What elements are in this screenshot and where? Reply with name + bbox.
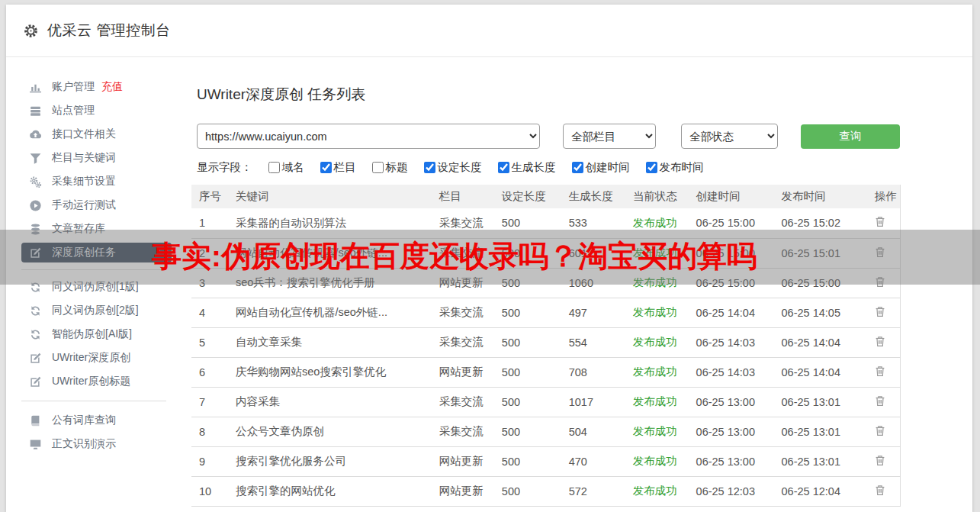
sidebar-item[interactable]: 账户管理 充值 — [21, 77, 172, 97]
cell-publish-time: 06-25 14:05 — [774, 298, 867, 327]
delete-button[interactable] — [874, 484, 886, 497]
cell-status: 发布成功 — [625, 417, 689, 446]
sidebar-item-label: 同义词伪原创[2版] — [52, 304, 139, 317]
cell-created-time: 06-25 15:00 — [689, 208, 774, 238]
cell-no: 3 — [191, 268, 228, 298]
field-checkbox[interactable]: 标题 — [372, 160, 408, 175]
field-checkbox-input[interactable] — [268, 162, 280, 173]
delete-button[interactable] — [874, 305, 886, 318]
delete-button[interactable] — [874, 365, 886, 378]
query-button[interactable]: 查询 — [801, 124, 900, 149]
delete-button[interactable] — [874, 275, 886, 288]
delete-button[interactable] — [874, 215, 886, 228]
table-row: 7 内容采集 采集交流 500 1017 发布成功 06-25 13:00 06… — [191, 387, 901, 417]
field-checkbox[interactable]: 生成长度 — [498, 160, 556, 175]
field-checkbox[interactable]: 栏目 — [320, 160, 356, 175]
sidebar-item[interactable]: UWriter原创标题 — [21, 372, 172, 391]
delete-button[interactable] — [874, 246, 886, 259]
sidebar-item[interactable]: 公有词库查询 — [21, 411, 172, 430]
bar-chart-icon — [29, 81, 42, 94]
sidebar-item[interactable]: 手动运行测试 — [21, 195, 172, 215]
cell-action — [866, 417, 900, 446]
sidebar-item[interactable]: 正文识别演示 — [21, 434, 172, 454]
cell-column: 网站更新 — [432, 268, 494, 298]
sidebar-item[interactable]: 栏目与关键词 — [21, 148, 172, 168]
field-checkbox[interactable]: 设定长度 — [424, 160, 482, 175]
delete-button[interactable] — [874, 424, 886, 437]
field-checkbox-input[interactable] — [320, 162, 332, 173]
field-checkbox-label: 栏目 — [334, 160, 356, 175]
cell-keyword: seo兵书：搜索引擎优化手册 — [228, 268, 432, 298]
cell-gen-length: 504 — [561, 417, 625, 446]
cell-set-length: 500 — [494, 446, 561, 476]
delete-button[interactable] — [874, 335, 886, 348]
field-checkbox-input[interactable] — [372, 162, 384, 173]
edit-icon — [29, 246, 42, 259]
cell-keyword: 网站自动化宣传机器/seo外链... — [228, 238, 432, 268]
sidebar: 账户管理 充值 站点管理 接口文件相关 — [6, 57, 185, 512]
field-checkbox[interactable]: 发布时间 — [646, 160, 704, 175]
cell-set-length: 500 — [494, 476, 561, 506]
sidebar-item[interactable]: 接口文件相关 — [21, 124, 172, 144]
cell-status: 发布成功 — [625, 208, 689, 238]
cell-column: 网站更新 — [432, 476, 494, 506]
status-select[interactable]: 全部状态 — [681, 124, 778, 149]
column-select[interactable]: 全部栏目 — [563, 124, 656, 149]
cell-action — [866, 387, 900, 417]
cell-gen-length: 1060 — [561, 268, 625, 298]
field-checkbox-label: 创建时间 — [586, 160, 630, 175]
sidebar-item[interactable]: 站点管理 — [21, 101, 172, 121]
sidebar-item[interactable]: 采集细节设置 — [21, 172, 172, 192]
sidebar-item[interactable]: UWriter深度原创 — [21, 348, 172, 368]
sidebar-item[interactable]: 文章暂存库 — [21, 219, 172, 239]
sidebar-item[interactable]: 深度原创任务 — [21, 243, 172, 262]
cell-keyword: 网站自动化宣传机器/seo外链... — [228, 298, 432, 327]
table-row: 6 庆华购物网站seo搜索引擎优化 网站更新 500 708 发布成功 06-2… — [191, 357, 901, 387]
recharge-link[interactable]: 充值 — [101, 80, 123, 94]
field-checkbox-label: 域名 — [282, 160, 304, 175]
field-checkbox[interactable]: 创建时间 — [572, 160, 630, 175]
cell-keyword: 自动文章采集 — [228, 327, 432, 357]
field-checkbox-input[interactable] — [498, 162, 509, 173]
sidebar-divider — [21, 269, 166, 270]
cell-status: 发布成功 — [625, 446, 689, 476]
delete-button[interactable] — [874, 454, 886, 467]
sidebar-group-tools: 公有词库查询 正文识别演示 — [6, 411, 185, 454]
fields-label: 显示字段： — [197, 160, 252, 175]
sidebar-item[interactable]: 智能伪原创[AI版] — [21, 324, 172, 344]
field-checkbox[interactable]: 域名 — [268, 160, 304, 175]
cell-publish-time: 06-25 14:04 — [774, 357, 867, 387]
sidebar-item-label: 栏目与关键词 — [52, 151, 116, 165]
refresh-icon — [29, 328, 42, 341]
edit-icon — [29, 352, 42, 365]
cell-publish-time: 06-25 15:02 — [774, 208, 867, 238]
cell-column: 采集交流 — [432, 208, 494, 238]
cell-publish-time: 06-25 12:04 — [774, 476, 867, 506]
sidebar-item-label: 公有词库查询 — [52, 414, 116, 427]
cell-column: 网站更新 — [432, 357, 494, 387]
cell-gen-length: 554 — [561, 327, 625, 357]
sidebar-item[interactable]: 同义词伪原创[1版] — [21, 277, 172, 297]
table-row: 9 搜索引擎优化服务公司 网站更新 500 470 发布成功 06-25 13:… — [191, 446, 901, 476]
field-checkbox-input[interactable] — [572, 162, 583, 173]
column-header: 操作 — [866, 185, 900, 208]
field-checkbox-input[interactable] — [424, 162, 435, 173]
cell-keyword: 公众号文章伪原创 — [228, 417, 432, 446]
sidebar-item-label: UWriter原创标题 — [52, 375, 130, 388]
field-checkbox-input[interactable] — [646, 162, 657, 173]
cell-gen-length: 1017 — [561, 387, 625, 417]
sidebar-item[interactable]: 同义词伪原创[2版] — [21, 301, 172, 320]
cell-created-time: 06-25 15:00 — [689, 268, 774, 298]
delete-button[interactable] — [874, 394, 886, 407]
cell-keyword: 庆华购物网站seo搜索引擎优化 — [228, 357, 432, 387]
cell-action — [866, 268, 900, 298]
cell-publish-time: 06-25 15:00 — [774, 268, 867, 298]
table-row: 8 公众号文章伪原创 采集交流 500 504 发布成功 06-25 13:00… — [191, 417, 901, 446]
site-select[interactable]: https://www.ucaiyun.com — [197, 124, 540, 149]
app-title: 优采云 管理控制台 — [47, 21, 171, 40]
cell-keyword: 搜索引擎优化服务公司 — [228, 446, 432, 476]
field-checkbox-label: 标题 — [386, 160, 408, 175]
cell-action — [866, 238, 900, 268]
table-row: 1 采集器的自动识别算法 采集交流 500 533 发布成功 06-25 15:… — [191, 208, 901, 238]
cell-status: 发布成功 — [625, 387, 689, 417]
